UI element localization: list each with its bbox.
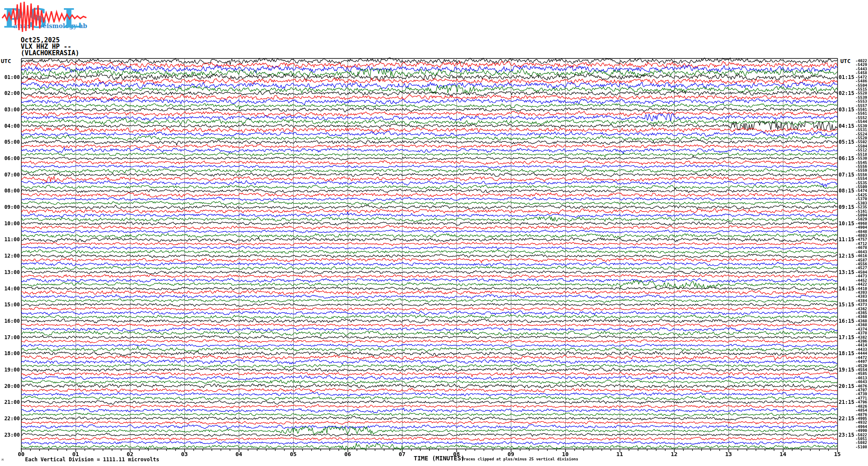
trace-offset-value: -4854: [849, 409, 867, 412]
axis-minute-label: 06: [341, 451, 354, 457]
axis-minute-label: 03: [178, 451, 191, 457]
left-hour-label: 14:00: [0, 286, 20, 292]
helicorder-plot: [0, 0, 868, 466]
left-hour-label: 10:00: [0, 220, 20, 227]
vertical-division-note: Each Vertical Division = 1111.11 microvo…: [25, 457, 159, 463]
x-axis-title: TIME (MINUTES): [414, 455, 465, 462]
clip-note: Traces clipped at plus/minus 25 vertical…: [461, 457, 578, 461]
axis-minute-label: 12: [668, 451, 681, 457]
left-hour-label: 03:00: [0, 107, 20, 113]
trace-offset-value: -4368: [849, 323, 867, 327]
trace-offset-value: -5559: [849, 169, 867, 173]
axis-minute-label: 13: [722, 451, 735, 457]
trace-offset-value: -4383: [849, 295, 867, 299]
trace-offset-value: -5553: [849, 100, 867, 104]
trace-offset-value: -4904: [849, 226, 867, 230]
trace-offset-value: -5531: [849, 128, 867, 132]
axis-minute-label: 11: [613, 451, 626, 457]
left-hour-label: 11:00: [0, 236, 20, 242]
left-hour-label: 23:00: [0, 432, 20, 438]
axis-minute-label: 10: [559, 451, 572, 457]
axis-minute-label: 07: [396, 451, 409, 457]
axis-minute-label: 04: [232, 451, 245, 457]
trace-offset-value: -5544: [849, 120, 867, 124]
left-hour-label: 01:00: [0, 74, 20, 80]
trace-offset-value: -5512: [849, 148, 867, 152]
trace-offset-value: -5530: [849, 157, 867, 161]
left-hour-label: 09:00: [0, 204, 20, 210]
left-hour-label: 15:00: [0, 302, 20, 308]
trace-offset-value: -5554: [849, 177, 867, 181]
axis-minute-label: 09: [504, 451, 517, 457]
trace-offset-value: -5528: [849, 91, 867, 95]
axis-minute-label: 15: [831, 451, 844, 457]
left-hour-label: 12:00: [0, 253, 20, 259]
trace-offset-value: -5235: [849, 205, 867, 209]
left-hour-label: 04:00: [0, 123, 20, 129]
left-hour-label: 17:00: [0, 334, 20, 340]
trace-offset-value: -4616: [849, 254, 867, 258]
trace-offset-value: -5108: [849, 445, 867, 449]
left-hour-label: 20:00: [0, 383, 20, 389]
trace-offset-value: -4378: [849, 331, 867, 335]
scale-glyph: M: [2, 458, 3, 462]
left-hour-label: 21:00: [0, 399, 20, 405]
trace-offset-value: -4373: [849, 303, 867, 307]
trace-offset-value: -4678: [849, 246, 867, 250]
left-hour-label: 08:00: [0, 188, 20, 194]
trace-offset-value: -4990: [849, 429, 867, 433]
trace-offset-value: -5370: [849, 197, 867, 201]
left-hour-label: 22:00: [0, 416, 20, 422]
left-hour-label: 07:00: [0, 172, 20, 178]
trace-offset-value: -5486: [849, 79, 867, 83]
left-hour-label: 16:00: [0, 318, 20, 324]
left-hour-label: 19:00: [0, 367, 20, 373]
trace-offset-value: -4585: [849, 372, 867, 376]
left-hour-label: 06:00: [0, 155, 20, 161]
trace-offset-value: -4497: [849, 360, 867, 364]
left-hour-label: 02:00: [0, 90, 20, 96]
trace-offset-value: -4643: [849, 380, 867, 384]
left-hour-label: 13:00: [0, 269, 20, 275]
trace-offset-value: -4473: [849, 274, 867, 278]
left-hour-label: 05:00: [0, 139, 20, 145]
axis-minute-label: 05: [287, 451, 300, 457]
trace-offset-value: -4796: [849, 400, 867, 404]
left-hour-label: 18:00: [0, 350, 20, 356]
helicorder-page: P atras S eismology L ab Oct25,2025 VLX …: [0, 0, 868, 466]
axis-minute-label: 14: [776, 451, 789, 457]
trace-offset-value: -4444: [849, 352, 867, 356]
trace-offset-value: -5458: [849, 71, 867, 75]
trace-offset-value: -4422: [849, 283, 867, 287]
